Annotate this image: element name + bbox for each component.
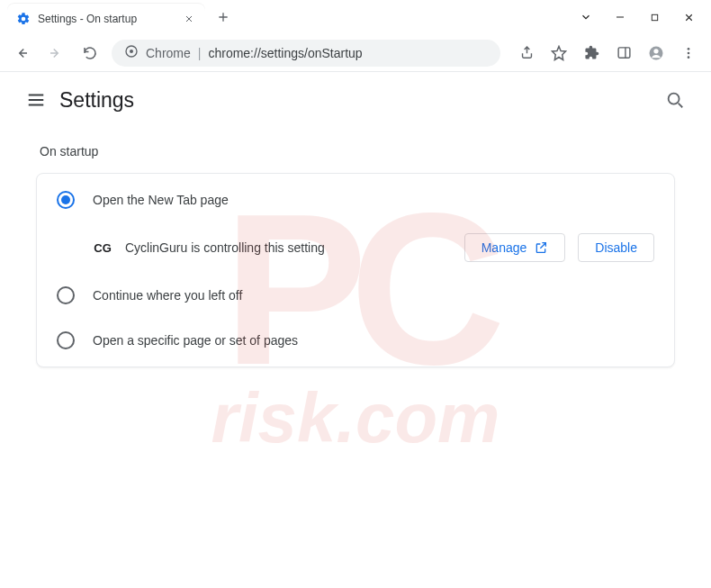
new-tab-button[interactable] — [211, 5, 236, 30]
sidepanel-icon[interactable] — [616, 45, 632, 61]
close-button[interactable] — [682, 11, 695, 23]
disable-button[interactable]: Disable — [578, 233, 654, 262]
window-titlebar: Settings - On startup — [0, 0, 711, 34]
startup-card: Open the New Tab page CG CyclinGuru is c… — [36, 173, 675, 367]
svg-point-6 — [688, 48, 690, 50]
manage-label: Manage — [482, 240, 527, 255]
back-button[interactable] — [9, 41, 34, 66]
svg-point-7 — [688, 51, 690, 54]
extension-notice: CG CyclinGuru is controlling this settin… — [37, 222, 674, 273]
radio-icon[interactable] — [57, 331, 75, 349]
option-specific-pages[interactable]: Open a specific page or set of pages — [37, 318, 674, 363]
open-external-icon — [534, 240, 548, 255]
menu-icon[interactable] — [680, 45, 697, 61]
settings-app-bar: Settings — [0, 72, 711, 128]
option-label: Continue where you left off — [93, 288, 654, 303]
omnibox-separator: | — [198, 46, 202, 60]
maximize-button[interactable] — [648, 11, 661, 23]
settings-content: On startup Open the New Tab page CG Cycl… — [0, 144, 711, 367]
extensions-icon[interactable] — [583, 45, 599, 61]
close-icon[interactable] — [182, 12, 196, 26]
omnibox-url: chrome://settings/onStartup — [208, 46, 362, 60]
option-open-new-tab[interactable]: Open the New Tab page — [37, 177, 674, 222]
tab-strip: Settings - On startup — [0, 0, 563, 34]
forward-button[interactable] — [43, 41, 68, 66]
disable-label: Disable — [595, 240, 637, 255]
extension-logo-icon: CG — [93, 240, 112, 256]
manage-button[interactable]: Manage — [464, 233, 566, 262]
tab-title: Settings - On startup — [38, 13, 175, 25]
browser-tab[interactable]: Settings - On startup — [7, 4, 205, 34]
extension-message: CyclinGuru is controlling this setting — [125, 240, 452, 255]
bookmark-icon[interactable] — [551, 45, 567, 61]
reload-button[interactable] — [77, 41, 103, 66]
window-controls — [563, 0, 711, 34]
svg-point-5 — [653, 49, 658, 53]
page-title: Settings — [59, 88, 134, 113]
browser-toolbar: Chrome | chrome://settings/onStartup — [0, 34, 711, 72]
option-label: Open a specific page or set of pages — [93, 333, 654, 348]
address-bar[interactable]: Chrome | chrome://settings/onStartup — [112, 40, 500, 67]
section-title: On startup — [40, 144, 675, 158]
radio-icon[interactable] — [57, 286, 75, 304]
profile-icon[interactable] — [648, 45, 664, 61]
watermark-text: risk.com — [212, 377, 500, 459]
svg-point-8 — [688, 56, 690, 59]
svg-point-2 — [130, 50, 133, 53]
share-icon[interactable] — [518, 45, 535, 61]
toolbar-actions — [509, 45, 702, 61]
option-label: Open the New Tab page — [93, 193, 654, 207]
svg-rect-3 — [618, 48, 630, 58]
minimize-button[interactable] — [614, 11, 626, 23]
option-continue[interactable]: Continue where you left off — [37, 273, 674, 318]
search-button[interactable] — [657, 82, 693, 118]
gear-icon — [16, 12, 31, 26]
svg-rect-0 — [652, 14, 657, 20]
radio-selected-icon[interactable] — [57, 191, 75, 209]
chevron-down-icon[interactable] — [580, 11, 592, 23]
site-info-icon[interactable] — [124, 44, 139, 61]
svg-point-9 — [669, 94, 680, 104]
omnibox-prefix: Chrome — [146, 46, 191, 60]
hamburger-menu-button[interactable] — [18, 82, 54, 118]
